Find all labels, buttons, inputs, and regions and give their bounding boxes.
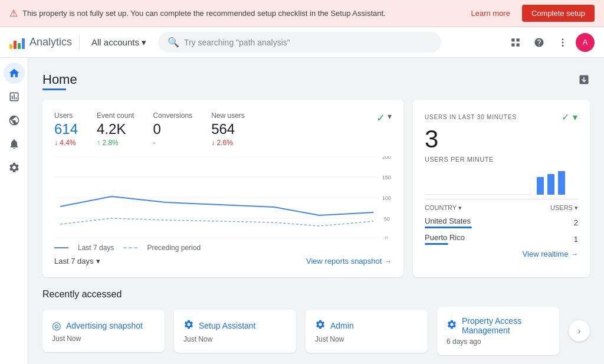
conv-value: 0 <box>153 121 192 137</box>
svg-rect-3 <box>517 43 520 46</box>
rt-count-pr: 1 <box>574 235 578 244</box>
newusers-metric: New users 564 ↓ 2.6% <box>211 112 245 147</box>
users-col-header: USERS ▾ <box>550 204 578 212</box>
search-bar[interactable]: 🔍 Try searching "path analysis" <box>158 32 441 53</box>
expand-icon[interactable] <box>578 74 590 88</box>
search-placeholder-text: Try searching "path analysis" <box>184 38 290 47</box>
event-metric: Event count 4.2K ↑ 2.8% <box>97 112 134 147</box>
page-title-wrapper: Home <box>42 72 77 90</box>
realtime-title: USERS IN LAST 30 MINUTES <box>425 114 517 120</box>
recent-card-access-title: Property Access Management <box>447 316 550 335</box>
nav-divider <box>79 35 80 50</box>
country-col-header: COUNTRY ▾ <box>425 204 462 212</box>
newusers-change: ↓ 2.6% <box>211 139 245 147</box>
users-change: ↓ 4.4% <box>54 139 78 147</box>
sidebar-item-settings[interactable] <box>4 157 25 178</box>
realtime-header: USERS IN LAST 30 MINUTES ✓ ▾ <box>425 112 578 123</box>
chart-area: 05 Jun 06 07 08 09 10 11 200 150 100 50 … <box>54 156 392 239</box>
layout: Home Users 614 ↓ 4.4% Event count <box>0 58 604 364</box>
legend-last7-line <box>54 247 68 248</box>
svg-point-5 <box>562 41 564 43</box>
advertising-icon: ◎ <box>52 319 61 332</box>
top-nav: Analytics All accounts ▾ 🔍 Try searching… <box>0 27 604 58</box>
help-icon-button[interactable] <box>528 32 550 53</box>
account-label: All accounts <box>91 37 139 47</box>
svg-point-6 <box>562 44 564 46</box>
svg-rect-1 <box>517 38 520 41</box>
rt-chart-svg <box>425 168 566 198</box>
rt-row-us: United States 2 <box>425 217 578 228</box>
chart-legend: Last 7 days Preceding period <box>54 244 392 252</box>
svg-text:150: 150 <box>382 175 391 181</box>
sidebar-item-explore[interactable] <box>4 110 25 131</box>
recent-card-advertising[interactable]: ◎ Advertising snapshot Just Now <box>42 310 165 352</box>
newusers-label: New users <box>211 112 245 120</box>
apps-icon-button[interactable] <box>505 32 526 53</box>
recent-card-setup-title: Setup Assistant <box>183 319 287 333</box>
realtime-number: 3 <box>425 125 578 153</box>
svg-point-4 <box>562 38 564 40</box>
rt-country-pr: Puerto Rico <box>425 233 465 245</box>
legend-last7-label: Last 7 days <box>78 244 114 252</box>
realtime-bar-chart <box>425 170 578 199</box>
logo-bar-2 <box>14 41 17 49</box>
complete-setup-button[interactable]: Complete setup <box>522 5 595 22</box>
more-options-icon-button[interactable] <box>552 32 573 53</box>
rt-footer: View realtime → <box>425 250 578 258</box>
logo-area: Analytics <box>9 36 72 49</box>
realtime-sublabel: USERS PER MINUTE <box>425 156 578 163</box>
svg-text:100: 100 <box>382 195 391 201</box>
rt-country-us: United States <box>425 217 472 228</box>
svg-text:0: 0 <box>385 235 388 239</box>
alert-icon: ⚠ <box>9 8 18 19</box>
chart-svg: 05 Jun 06 07 08 09 10 11 200 150 100 50 … <box>54 156 392 239</box>
rt-bar-us <box>425 227 472 228</box>
admin-icon <box>315 319 326 333</box>
event-label: Event count <box>97 112 134 120</box>
users-metric: Users 614 ↓ 4.4% <box>54 112 78 147</box>
cards-row: Users 614 ↓ 4.4% Event count 4.2K ↑ 2.8%… <box>42 100 590 277</box>
logo-bar-3 <box>18 43 21 49</box>
search-icon: 🔍 <box>168 37 179 48</box>
svg-rect-2 <box>511 43 514 46</box>
users-value: 614 <box>54 121 78 137</box>
recently-accessed-title: Recently accessed <box>42 289 590 300</box>
recent-card-access-time: 6 days ago <box>447 337 550 346</box>
sidebar-item-home[interactable] <box>4 63 25 84</box>
recent-card-setup-time: Just Now <box>183 335 287 343</box>
recent-cards-next-button[interactable]: › <box>569 320 590 342</box>
check-icon: ✓ <box>376 112 385 124</box>
account-selector[interactable]: All accounts ▾ <box>87 35 151 50</box>
logo-bar-1 <box>9 44 12 49</box>
learn-more-link[interactable]: Learn more <box>471 9 510 18</box>
users-label: Users <box>54 112 78 120</box>
recently-accessed-section: Recently accessed ◎ Advertising snapshot… <box>42 289 590 355</box>
logo-bar-4 <box>22 38 25 49</box>
recent-card-admin[interactable]: Admin Just Now <box>306 310 428 353</box>
main-content: Home Users 614 ↓ 4.4% Event count <box>28 58 604 364</box>
chart-footer: Last 7 days ▾ View reports snapshot → <box>54 257 392 265</box>
legend-preceding-line <box>123 247 137 248</box>
recent-card-advertising-time: Just Now <box>52 335 155 343</box>
avatar[interactable]: A <box>576 33 595 52</box>
view-realtime-link[interactable]: View realtime → <box>523 250 578 258</box>
rt-count-us: 2 <box>574 218 578 227</box>
alert-text: This property is not fully set up. You c… <box>22 9 466 18</box>
app-name: Analytics <box>29 36 72 48</box>
alert-bar: ⚠ This property is not fully set up. You… <box>0 0 604 27</box>
recent-card-admin-time: Just Now <box>315 335 418 343</box>
realtime-check-icon: ✓ ▾ <box>562 112 578 123</box>
metrics-dropdown-icon[interactable]: ▾ <box>388 112 392 121</box>
realtime-card: USERS IN LAST 30 MINUTES ✓ ▾ 3 USERS PER… <box>413 100 590 277</box>
logo-icon <box>9 36 25 49</box>
newusers-value: 564 <box>211 121 245 137</box>
recent-card-advertising-title: ◎ Advertising snapshot <box>52 319 155 332</box>
sidebar-item-advertising[interactable] <box>4 133 25 155</box>
sidebar-item-reports[interactable] <box>4 86 25 107</box>
date-filter-button[interactable]: Last 7 days ▾ <box>54 257 100 265</box>
recent-card-setup[interactable]: Setup Assistant Just Now <box>174 310 296 353</box>
recent-card-access[interactable]: Property Access Management 6 days ago <box>437 307 559 355</box>
svg-rect-0 <box>511 38 514 41</box>
view-reports-link[interactable]: View reports snapshot → <box>306 257 392 265</box>
metrics-header: Users 614 ↓ 4.4% Event count 4.2K ↑ 2.8%… <box>54 112 392 147</box>
